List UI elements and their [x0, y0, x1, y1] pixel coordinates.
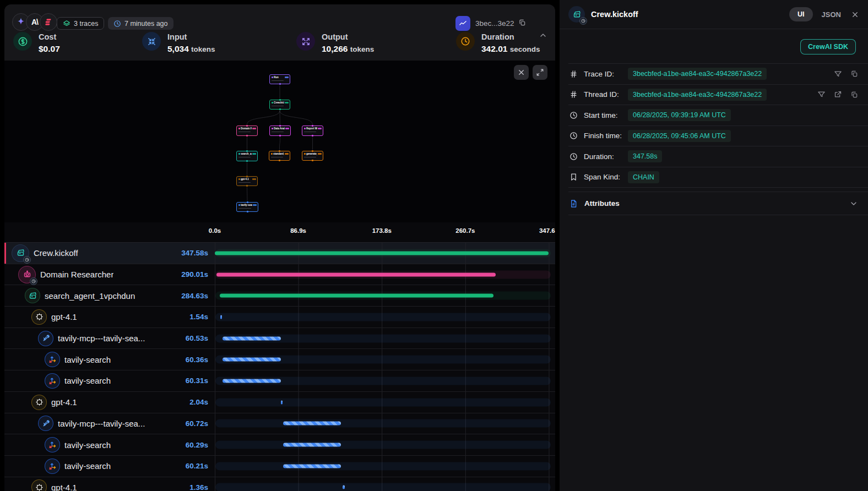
graph-close-button[interactable] [514, 65, 529, 80]
span-row[interactable]: tavily-mcp---tavily-sea...60.53s [4, 328, 555, 350]
panel-title: Crew.kickoff [591, 10, 789, 19]
provider-avatars: A\ [12, 13, 53, 31]
graph-node-domain[interactable]: Domain Research [236, 126, 258, 136]
span-duration: 60.53s [186, 334, 208, 342]
graph-node-generate[interactable]: generate_&_rep... [302, 151, 323, 161]
span-bar[interactable] [223, 336, 281, 340]
span-bar[interactable] [215, 251, 549, 255]
axis-tick-label: 173.8s [372, 227, 392, 234]
span-timeline-cell [215, 285, 555, 306]
graph-node-gpt[interactable]: gpt-4.1 [236, 176, 258, 186]
clock-sub-badge-icon [30, 277, 37, 285]
sdk-badge: CrewAI SDK [800, 39, 856, 54]
span-row[interactable]: gpt-4.12.04s [4, 392, 555, 413]
field-value[interactable]: 3becbfed-a1be-ae84-ea3c-4942867a3e22 [628, 89, 767, 101]
graph-node-crew[interactable]: Crew.kickoff [269, 100, 290, 110]
selected-row-accent [4, 243, 6, 264]
graph-expand-button[interactable] [533, 65, 547, 80]
panel-header: Crew.kickoff UI JSON [560, 0, 868, 29]
graph-node-search[interactable]: search_agen... [236, 151, 258, 161]
span-bar[interactable] [283, 422, 341, 425]
span-name: Domain Researcher [40, 270, 113, 279]
clock-icon [113, 20, 121, 28]
field-value[interactable]: 3becbfed-a1be-ae84-ea3c-4942867a3e22 [628, 68, 767, 80]
graph-node-standard[interactable]: standard_Proces... [269, 151, 290, 161]
tab-json[interactable]: JSON [822, 10, 841, 19]
filter-icon[interactable] [834, 70, 842, 78]
span-row[interactable]: tavily-mcp---tavily-sea...60.72s [4, 413, 555, 435]
bookmark-icon [568, 173, 578, 181]
span-track [215, 313, 551, 321]
graph-node-run[interactable]: Run [269, 74, 290, 84]
detail-field-row: Finish time:06/28/2025, 09:45:06 AM UTC [568, 126, 868, 147]
field-label: Trace ID: [584, 70, 628, 78]
span-row[interactable]: tavily-search60.36s [4, 349, 555, 370]
openai-icon [32, 310, 46, 324]
span-name: tavily-search [64, 461, 111, 471]
graph-node-tavily[interactable]: tavily-search [236, 202, 258, 212]
span-row[interactable]: search_agent_1vpchdun284.63s [4, 285, 555, 307]
detail-field-row: Thread ID:3becbfed-a1be-ae84-ea3c-494286… [568, 85, 868, 106]
span-name: tavily-mcp---tavily-sea... [58, 334, 145, 343]
span-row[interactable]: gpt-4.11.36s [4, 477, 555, 491]
span-row[interactable]: tavily-search60.31s [4, 370, 555, 392]
graph-node-data[interactable]: Data Analyst [269, 126, 291, 136]
tools-icon [39, 416, 53, 430]
copy-trace-id-icon[interactable] [518, 19, 526, 26]
span-bar[interactable] [216, 272, 495, 276]
field-label: Duration: [584, 152, 628, 161]
copy-icon[interactable] [850, 91, 858, 99]
span-bar[interactable] [220, 315, 223, 319]
span-duration: 1.36s [189, 483, 208, 491]
stat-output: Output 10,266 tokens [296, 32, 374, 54]
span-bar[interactable] [223, 379, 280, 383]
axis-tick-label: 0.0s [209, 227, 221, 234]
axis-tick-label: 260.7s [455, 227, 475, 234]
span-bar[interactable] [343, 485, 345, 489]
field-label: Start time: [584, 111, 628, 119]
attributes-section-header[interactable]: Attributes [568, 192, 868, 215]
trace-id-short: 3bec...3e22 [475, 19, 514, 28]
hash-icon [568, 90, 578, 99]
execution-graph[interactable]: Run Crew.kickoff Domain Research Data An… [4, 61, 555, 222]
detail-field-row: Trace ID:3becbfed-a1be-ae84-ea3c-4942867… [568, 64, 868, 85]
span-name: tavily-search [64, 440, 111, 450]
span-timeline-cell [215, 264, 555, 285]
span-row[interactable]: tavily-search60.21s [4, 456, 555, 477]
field-value[interactable]: 347.58s [628, 150, 662, 162]
span-bar[interactable] [220, 294, 493, 298]
field-label: Thread ID: [584, 90, 628, 99]
external-icon[interactable] [834, 90, 842, 99]
graph-node-report[interactable]: Report Writer [302, 126, 323, 136]
span-duration: 60.31s [186, 377, 208, 385]
field-value[interactable]: 06/28/2025, 09:39:19 AM UTC [628, 109, 731, 121]
crew-kickoff-icon [568, 6, 585, 23]
span-bar[interactable] [283, 443, 341, 447]
traces-count-badge[interactable]: 3 traces [57, 17, 104, 30]
span-duration: 60.29s [186, 441, 208, 449]
span-bar[interactable] [283, 464, 341, 468]
sdk-badge-row: CrewAI SDK [568, 29, 868, 64]
copy-icon[interactable] [850, 70, 858, 78]
tavily-icon [45, 459, 59, 473]
span-row[interactable]: Crew.kickoff347.58s [4, 243, 555, 264]
span-bar[interactable] [281, 400, 283, 404]
span-timeline-cell [215, 243, 555, 264]
tab-ui[interactable]: UI [789, 7, 813, 21]
span-row[interactable]: Domain Researcher290.01s [4, 264, 555, 286]
span-bar[interactable] [223, 358, 280, 362]
attributes-doc-icon [568, 199, 578, 208]
span-row[interactable]: tavily-search60.29s [4, 434, 555, 456]
robot-icon [19, 266, 35, 283]
span-timeline-cell [215, 349, 555, 370]
clock-icon [456, 32, 475, 51]
field-value[interactable]: CHAIN [628, 171, 659, 183]
openai-icon [32, 395, 46, 410]
panel-close-icon[interactable] [851, 10, 859, 19]
filter-icon[interactable] [817, 90, 826, 99]
analytics-button[interactable] [455, 16, 470, 31]
span-track [215, 483, 551, 491]
field-value[interactable]: 06/28/2025, 09:45:06 AM UTC [628, 130, 731, 142]
span-duration: 60.21s [186, 462, 208, 470]
span-row[interactable]: gpt-4.11.54s [4, 307, 555, 328]
